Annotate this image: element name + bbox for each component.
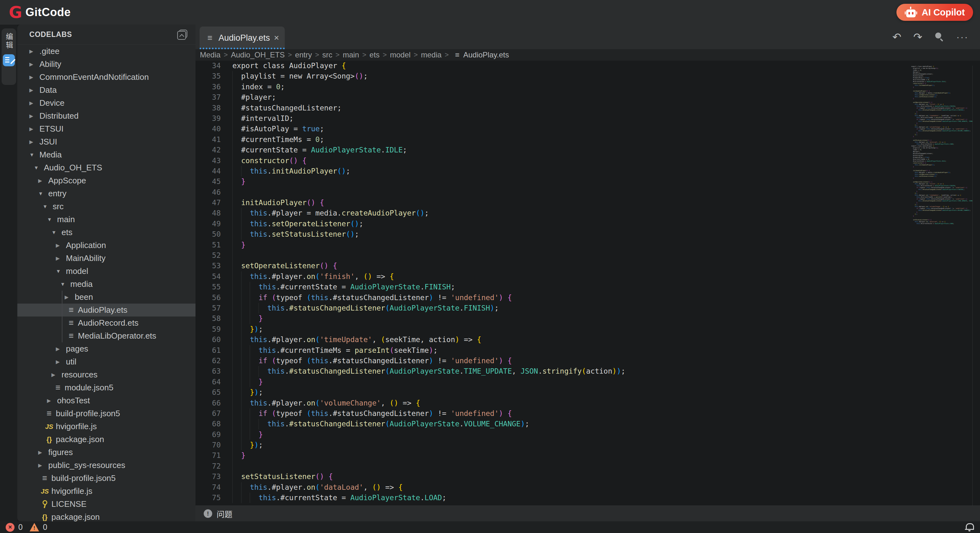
tree-item-build-profile.json5[interactable]: build-profile.json5 — [18, 407, 196, 420]
tree-item-model[interactable]: ▼model — [18, 265, 196, 278]
notebook-pencil-icon[interactable] — [3, 54, 15, 66]
chevron-expanded-icon[interactable]: ▼ — [29, 152, 38, 158]
tree-item-.gitee[interactable]: ▶.gitee — [18, 45, 196, 58]
tree-item-package.json[interactable]: {}package.json — [18, 433, 196, 446]
collapse-explorer-icon[interactable] — [177, 29, 188, 40]
tree-item-label: Data — [40, 85, 57, 95]
tab-close-icon[interactable]: × — [274, 34, 279, 42]
chevron-collapsed-icon[interactable]: ▶ — [51, 372, 60, 378]
tree-item-Ability[interactable]: ▶Ability — [18, 58, 196, 71]
chevron-collapsed-icon[interactable]: ▶ — [29, 61, 38, 67]
breadcrumb-item-src[interactable]: src — [322, 51, 332, 59]
indent-guide — [250, 292, 250, 303]
chevron-collapsed-icon[interactable]: ▶ — [56, 255, 64, 261]
minimap[interactable]: export class AudioPlayer { playlist = ne… — [911, 65, 972, 255]
chevron-expanded-icon[interactable]: ▼ — [34, 165, 42, 171]
chevron-expanded-icon[interactable]: ▼ — [47, 217, 55, 222]
chevron-collapsed-icon[interactable]: ▶ — [29, 139, 38, 145]
indent-guide — [250, 366, 250, 377]
tree-item-AppScope[interactable]: ▶AppScope — [18, 174, 196, 187]
chevron-expanded-icon[interactable]: ▼ — [60, 281, 68, 287]
breadcrumb-file[interactable]: AudioPlay.ets — [453, 51, 509, 59]
warnings-icon[interactable]: ! — [30, 523, 39, 531]
chevron-collapsed-icon[interactable]: ▶ — [47, 397, 55, 404]
tree-item-ETSUI[interactable]: ▶ETSUI — [18, 123, 196, 136]
tree-item-hvigorfile.js[interactable]: JShvigorfile.js — [18, 420, 196, 433]
undo-icon[interactable]: ↶ — [892, 32, 902, 42]
ai-copilot-button[interactable]: AI Copilot — [896, 4, 973, 21]
chevron-expanded-icon[interactable]: ▼ — [43, 204, 51, 209]
chevron-collapsed-icon[interactable]: ▶ — [29, 100, 38, 106]
edit-panel-tab[interactable]: 编辑 — [2, 29, 16, 85]
chevron-collapsed-icon[interactable]: ▶ — [65, 294, 73, 300]
tree-item-Data[interactable]: ▶Data — [18, 84, 196, 97]
tree-item-entry[interactable]: ▼entry — [18, 187, 196, 200]
chevron-expanded-icon[interactable]: ▼ — [56, 268, 64, 274]
tree-item-been[interactable]: ▶been — [18, 290, 196, 303]
tree-item-Distributed[interactable]: ▶Distributed — [18, 110, 196, 123]
redo-icon[interactable]: ↷ — [913, 32, 923, 42]
breadcrumb-item-Audio_OH_ETS[interactable]: Audio_OH_ETS — [231, 51, 285, 59]
chevron-collapsed-icon[interactable]: ▶ — [38, 178, 46, 184]
chevron-expanded-icon[interactable]: ▼ — [51, 230, 60, 235]
top-header: G GitCode AI Copilot — [0, 0, 980, 25]
line-number: 48 — [196, 208, 221, 219]
tree-item-LICENSE[interactable]: LICENSE — [18, 498, 196, 511]
breadcrumb-item-Media[interactable]: Media — [200, 51, 220, 59]
chevron-collapsed-icon[interactable]: ▶ — [29, 126, 38, 132]
tree-item-module.json5[interactable]: module.json5 — [18, 381, 196, 394]
errors-icon[interactable]: × — [6, 523, 14, 532]
tree-item-AudioPlay.ets[interactable]: AudioPlay.ets — [18, 303, 196, 316]
tree-item-package.json[interactable]: {}package.json — [18, 511, 196, 521]
more-actions-icon[interactable]: ··· — [956, 32, 969, 42]
gitcode-logo[interactable]: G GitCode — [9, 0, 71, 25]
tree-item-pages[interactable]: ▶pages — [18, 342, 196, 355]
tree-item-Application[interactable]: ▶Application — [18, 239, 196, 252]
tree-item-figures[interactable]: ▶figures — [18, 446, 196, 459]
tree-item-ohosTest[interactable]: ▶ohosTest — [18, 394, 196, 407]
tree-item-CommonEventAndNotification[interactable]: ▶CommonEventAndNotification — [18, 71, 196, 84]
notifications-bell-icon[interactable] — [965, 523, 974, 532]
problems-bar[interactable]: ! 问题 — [196, 506, 980, 521]
tree-item-AudioRecord.ets[interactable]: AudioRecord.ets — [18, 316, 196, 329]
indent-guide — [232, 450, 233, 461]
chevron-collapsed-icon[interactable]: ▶ — [29, 87, 38, 93]
chevron-collapsed-icon[interactable]: ▶ — [56, 346, 64, 352]
breadcrumb-item-entry[interactable]: entry — [295, 51, 312, 59]
tree-item-ets[interactable]: ▼ets — [18, 226, 196, 239]
tree-item-Audio_OH_ETS[interactable]: ▼Audio_OH_ETS — [18, 161, 196, 174]
tree-item-public_sys-resources[interactable]: ▶public_sys-resources — [18, 459, 196, 472]
search-icon[interactable] — [934, 32, 944, 42]
tree-item-build-profile.json5[interactable]: build-profile.json5 — [18, 472, 196, 485]
tree-item-MainAbility[interactable]: ▶MainAbility — [18, 252, 196, 265]
chevron-collapsed-icon[interactable]: ▶ — [29, 48, 38, 54]
breadcrumb-item-ets[interactable]: ets — [369, 51, 380, 59]
indent-guide — [241, 493, 242, 503]
tree-item-label: src — [52, 202, 64, 211]
breadcrumb-item-media[interactable]: media — [421, 51, 441, 59]
chevron-collapsed-icon[interactable]: ▶ — [56, 243, 64, 248]
tree-item-resources[interactable]: ▶resources — [18, 368, 196, 381]
chevron-expanded-icon[interactable]: ▼ — [38, 191, 46, 196]
tree-item-label: MediaLibOperator.ets — [78, 331, 156, 341]
code-editor[interactable]: 34export class AudioPlayer {35 playlist … — [196, 61, 980, 506]
breadcrumb-item-model[interactable]: model — [390, 51, 410, 59]
tree-item-src[interactable]: ▼src — [18, 200, 196, 213]
chevron-collapsed-icon[interactable]: ▶ — [29, 74, 38, 80]
tree-item-MediaLibOperator.ets[interactable]: MediaLibOperator.ets — [18, 329, 196, 342]
tree-item-JSUI[interactable]: ▶JSUI — [18, 136, 196, 148]
breadcrumb-item-main[interactable]: main — [343, 51, 359, 59]
chevron-collapsed-icon[interactable]: ▶ — [38, 449, 46, 455]
line-number: 74 — [196, 482, 221, 493]
chevron-collapsed-icon[interactable]: ▶ — [29, 113, 38, 119]
tree-item-hvigorfile.js[interactable]: JShvigorfile.js — [18, 485, 196, 498]
tab-audioplay[interactable]: AudioPlay.ets × — [200, 27, 285, 49]
indent-guide — [232, 166, 233, 176]
chevron-collapsed-icon[interactable]: ▶ — [56, 359, 64, 365]
chevron-collapsed-icon[interactable]: ▶ — [38, 462, 46, 468]
tree-item-Media[interactable]: ▼Media — [18, 148, 196, 161]
tree-item-main[interactable]: ▼main — [18, 213, 196, 226]
tree-item-util[interactable]: ▶util — [18, 355, 196, 368]
tree-item-Device[interactable]: ▶Device — [18, 97, 196, 110]
tree-item-media[interactable]: ▼media — [18, 278, 196, 290]
